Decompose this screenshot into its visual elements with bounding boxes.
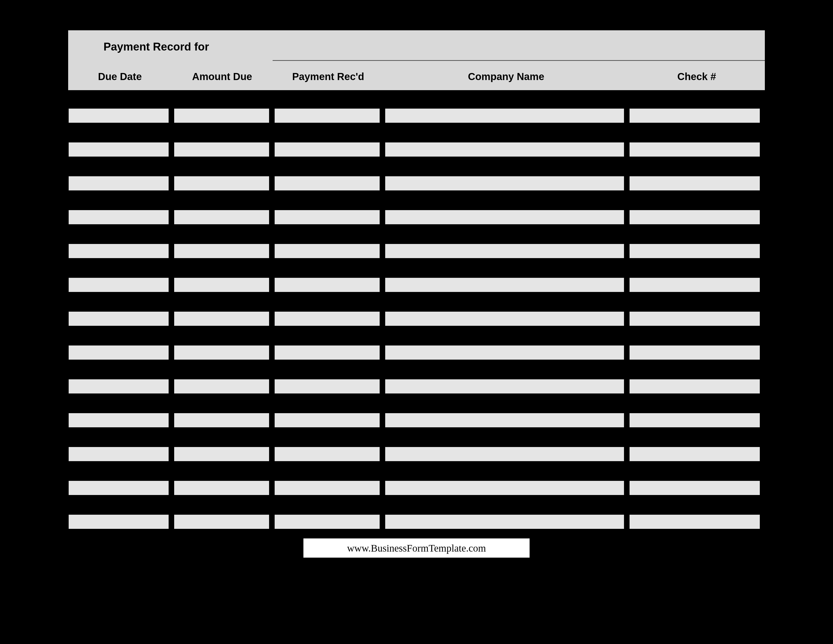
cell-amount-due[interactable] — [174, 346, 270, 360]
cell-due-date[interactable] — [68, 244, 169, 258]
footer-attribution-box: www.BusinessFormTemplate.com — [303, 538, 530, 558]
data-rows — [68, 109, 765, 529]
table-row — [68, 278, 765, 292]
payment-record-form: Payment Record for Due Date Amount Due P… — [68, 30, 765, 549]
table-row — [68, 447, 765, 461]
header-company-name: Company Name — [384, 71, 629, 82]
cell-company-name[interactable] — [385, 346, 624, 360]
cell-company-name[interactable] — [385, 515, 624, 529]
cell-due-date[interactable] — [68, 312, 169, 326]
cell-company-name[interactable] — [385, 176, 624, 190]
table-row — [68, 413, 765, 427]
cell-company-name[interactable] — [385, 379, 624, 393]
cell-company-name[interactable] — [385, 142, 624, 156]
table-row — [68, 379, 765, 393]
cell-amount-due[interactable] — [174, 413, 270, 427]
cell-due-date[interactable] — [68, 278, 169, 292]
cell-company-name[interactable] — [385, 413, 624, 427]
cell-company-name[interactable] — [385, 210, 624, 224]
table-row — [68, 346, 765, 360]
form-header: Payment Record for — [68, 30, 765, 63]
cell-payment-recd[interactable] — [274, 447, 380, 461]
cell-check-num[interactable] — [629, 109, 760, 123]
cell-payment-recd[interactable] — [274, 346, 380, 360]
cell-payment-recd[interactable] — [274, 278, 380, 292]
cell-company-name[interactable] — [385, 109, 624, 123]
cell-amount-due[interactable] — [174, 244, 270, 258]
cell-payment-recd[interactable] — [274, 413, 380, 427]
cell-payment-recd[interactable] — [274, 142, 380, 156]
cell-check-num[interactable] — [629, 413, 760, 427]
cell-check-num[interactable] — [629, 346, 760, 360]
cell-due-date[interactable] — [68, 176, 169, 190]
cell-due-date[interactable] — [68, 447, 169, 461]
header-due-date: Due Date — [68, 71, 172, 82]
cell-check-num[interactable] — [629, 481, 760, 495]
cell-amount-due[interactable] — [174, 210, 270, 224]
cell-check-num[interactable] — [629, 210, 760, 224]
table-row — [68, 142, 765, 156]
column-headers: Due Date Amount Due Payment Rec'd Compan… — [68, 63, 765, 91]
cell-payment-recd[interactable] — [274, 244, 380, 258]
cell-due-date[interactable] — [68, 413, 169, 427]
cell-payment-recd[interactable] — [274, 312, 380, 326]
cell-check-num[interactable] — [629, 244, 760, 258]
cell-check-num[interactable] — [629, 312, 760, 326]
table-row — [68, 481, 765, 495]
cell-check-num[interactable] — [629, 142, 760, 156]
cell-check-num[interactable] — [629, 176, 760, 190]
cell-payment-recd[interactable] — [274, 176, 380, 190]
cell-amount-due[interactable] — [174, 142, 270, 156]
table-row — [68, 176, 765, 190]
cell-amount-due[interactable] — [174, 312, 270, 326]
cell-company-name[interactable] — [385, 244, 624, 258]
cell-check-num[interactable] — [629, 515, 760, 529]
header-amount-due: Amount Due — [172, 71, 273, 82]
footer-url: www.BusinessFormTemplate.com — [347, 542, 486, 554]
cell-payment-recd[interactable] — [274, 515, 380, 529]
table-row — [68, 312, 765, 326]
cell-check-num[interactable] — [629, 379, 760, 393]
cell-amount-due[interactable] — [174, 176, 270, 190]
cell-amount-due[interactable] — [174, 481, 270, 495]
table-row — [68, 109, 765, 123]
cell-amount-due[interactable] — [174, 515, 270, 529]
header-check-num: Check # — [629, 71, 765, 82]
record-for-underline[interactable] — [273, 60, 765, 61]
cell-company-name[interactable] — [385, 447, 624, 461]
cell-amount-due[interactable] — [174, 278, 270, 292]
cell-payment-recd[interactable] — [274, 109, 380, 123]
cell-company-name[interactable] — [385, 278, 624, 292]
cell-payment-recd[interactable] — [274, 379, 380, 393]
cell-due-date[interactable] — [68, 346, 169, 360]
form-title: Payment Record for — [103, 40, 209, 53]
cell-due-date[interactable] — [68, 210, 169, 224]
cell-due-date[interactable] — [68, 515, 169, 529]
cell-due-date[interactable] — [68, 379, 169, 393]
cell-check-num[interactable] — [629, 447, 760, 461]
cell-due-date[interactable] — [68, 109, 169, 123]
cell-amount-due[interactable] — [174, 447, 270, 461]
cell-payment-recd[interactable] — [274, 210, 380, 224]
cell-payment-recd[interactable] — [274, 481, 380, 495]
cell-amount-due[interactable] — [174, 379, 270, 393]
cell-due-date[interactable] — [68, 142, 169, 156]
cell-due-date[interactable] — [68, 481, 169, 495]
table-row — [68, 244, 765, 258]
header-payment-recd: Payment Rec'd — [273, 71, 384, 82]
cell-check-num[interactable] — [629, 278, 760, 292]
cell-company-name[interactable] — [385, 312, 624, 326]
cell-amount-due[interactable] — [174, 109, 270, 123]
cell-company-name[interactable] — [385, 481, 624, 495]
table-row — [68, 515, 765, 529]
table-row — [68, 210, 765, 224]
